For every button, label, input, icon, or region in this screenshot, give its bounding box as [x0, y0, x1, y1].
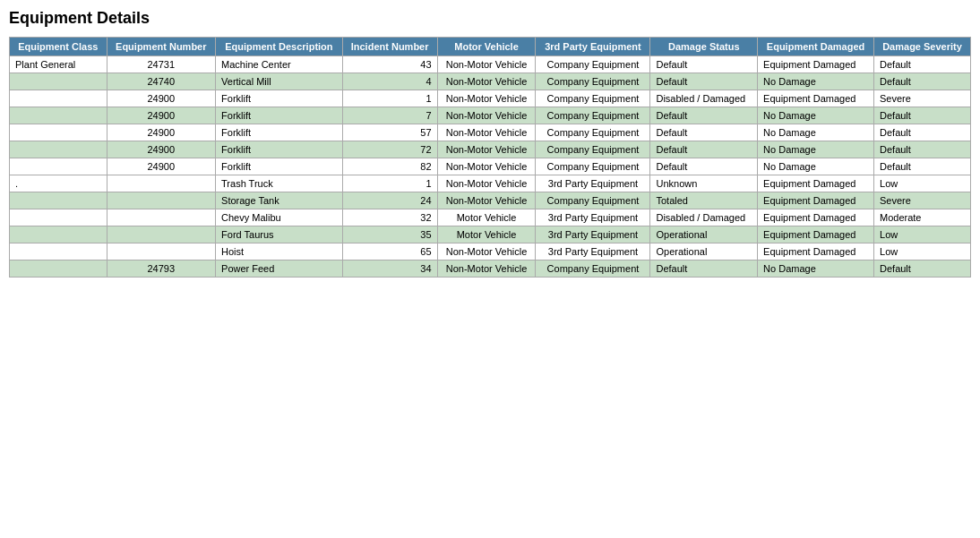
- table-row: 24900Forklift57Non-Motor VehicleCompany …: [10, 124, 971, 141]
- page-title: Equipment Details: [9, 9, 971, 28]
- col-equipment-class: Equipment Class: [10, 38, 107, 56]
- table-row: 24900Forklift7Non-Motor VehicleCompany E…: [10, 107, 971, 124]
- col-damage-status: Damage Status: [650, 38, 758, 56]
- table-row: Ford Taurus35Motor Vehicle3rd Party Equi…: [10, 226, 971, 243]
- equipment-details-table: Equipment Class Equipment Number Equipme…: [9, 37, 971, 278]
- col-motor-vehicle: Motor Vehicle: [437, 38, 536, 56]
- col-incident-number: Incident Number: [342, 38, 437, 56]
- col-equipment-damaged: Equipment Damaged: [758, 38, 874, 56]
- table-row: Plant General24731Machine Center43Non-Mo…: [10, 56, 971, 73]
- table-row: Hoist65Non-Motor Vehicle3rd Party Equipm…: [10, 243, 971, 260]
- table-row: .Trash Truck1Non-Motor Vehicle3rd Party …: [10, 175, 971, 192]
- col-3rd-party: 3rd Party Equipment: [536, 38, 650, 56]
- table-row: 24793Power Feed34Non-Motor VehicleCompan…: [10, 260, 971, 278]
- table-row: 24900Forklift72Non-Motor VehicleCompany …: [10, 141, 971, 158]
- table-row: Storage Tank24Non-Motor VehicleCompany E…: [10, 192, 971, 209]
- table-row: 24900Forklift82Non-Motor VehicleCompany …: [10, 158, 971, 175]
- table-row: Chevy Malibu32Motor Vehicle3rd Party Equ…: [10, 209, 971, 226]
- table-row: 24740Vertical Mill4Non-Motor VehicleComp…: [10, 73, 971, 90]
- col-damage-severity: Damage Severity: [874, 38, 971, 56]
- table-row: 24900Forklift1Non-Motor VehicleCompany E…: [10, 90, 971, 107]
- col-equipment-description: Equipment Description: [216, 38, 343, 56]
- col-equipment-number: Equipment Number: [107, 38, 216, 56]
